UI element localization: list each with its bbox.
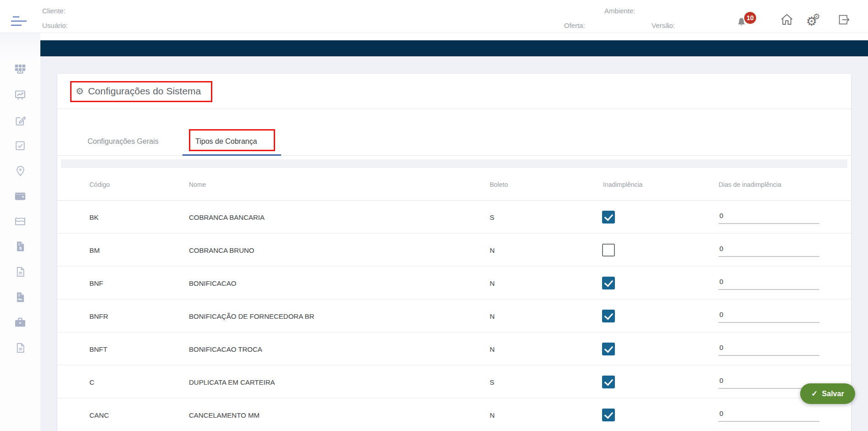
- top-bar: Cliente: Usuário: Ambiente: Oferta: Vers…: [0, 0, 868, 33]
- codigo-cell: BK: [89, 213, 99, 221]
- column-header-inadimplencia: Inadimplência: [603, 181, 642, 188]
- sidebar-item-contract[interactable]: [12, 289, 28, 306]
- sidebar-item-locations[interactable]: [12, 163, 28, 179]
- dias-field-wrap: [719, 409, 819, 421]
- dias-input[interactable]: [719, 409, 819, 421]
- cliente-label: Cliente:: [42, 7, 66, 15]
- app-window: Cliente: Usuário: Ambiente: Oferta: Vers…: [0, 0, 868, 431]
- home-button[interactable]: [780, 13, 794, 28]
- inadimplencia-checkbox[interactable]: [602, 343, 615, 355]
- sidebar-item-solar-panel[interactable]: [12, 61, 28, 77]
- scroll-strip: [61, 159, 847, 168]
- sidebar-nav: $: [0, 33, 40, 431]
- dias-input[interactable]: [719, 211, 819, 224]
- dias-input[interactable]: [719, 244, 819, 256]
- boleto-cell: N: [490, 411, 495, 419]
- table-row: BNF BONIFICACAO N: [57, 267, 851, 300]
- usuario-label: Usuário:: [42, 22, 68, 29]
- home-icon: [780, 13, 794, 27]
- sidebar-item-edit[interactable]: [12, 112, 28, 129]
- sidebar-item-briefcase[interactable]: [12, 314, 28, 331]
- codigo-cell: BNF: [89, 279, 103, 287]
- tab-tipos-de-cobranca[interactable]: Tipos de Cobrança: [195, 137, 257, 146]
- column-header-codigo: Código: [89, 181, 110, 188]
- nome-cell: COBRANCA BANCARIA: [189, 213, 265, 221]
- column-header-boleto: Boleto: [490, 181, 508, 188]
- settings-card: ⚙ Configurações do Sistema Configurações…: [57, 74, 851, 431]
- sidebar-item-document[interactable]: [12, 263, 28, 280]
- boleto-cell: N: [490, 345, 495, 353]
- save-button-label: Salvar: [822, 390, 844, 398]
- divider: [57, 109, 851, 109]
- divider: [57, 155, 851, 156]
- table-row: BM COBRANCA BRUNO N: [57, 234, 851, 267]
- sidebar-item-document-2[interactable]: [12, 339, 28, 356]
- nome-cell: BONIFICAÇÃO DE FORNECEDORA BR: [189, 312, 314, 320]
- gears-icon: ⚙⚙: [806, 15, 820, 28]
- sidebar-item-area-chart[interactable]: [12, 213, 28, 229]
- boleto-cell: S: [490, 378, 494, 386]
- settings-button[interactable]: ⚙⚙: [806, 12, 820, 29]
- dias-field-wrap: [719, 343, 819, 355]
- navy-banner: [40, 40, 868, 56]
- dias-input[interactable]: [719, 310, 819, 322]
- nome-cell: BONIFICACAO: [189, 279, 236, 287]
- dias-field-wrap: [719, 211, 819, 224]
- inadimplencia-checkbox[interactable]: [602, 310, 615, 322]
- oferta-label: Oferta:: [564, 22, 585, 29]
- codigo-cell: CANC: [89, 411, 109, 419]
- briefcase-icon: [13, 316, 27, 329]
- column-header-nome: Nome: [189, 181, 206, 188]
- dias-input[interactable]: [719, 277, 819, 289]
- sidebar-item-tasks[interactable]: [12, 137, 28, 154]
- header-gap: [40, 33, 868, 40]
- nome-cell: CANCELAMENTO MM: [189, 411, 260, 419]
- inadimplencia-checkbox[interactable]: [602, 277, 615, 289]
- inadimplencia-checkbox[interactable]: [602, 376, 615, 388]
- table-row: BNFT BONIFICACAO TROCA N: [57, 333, 851, 366]
- codigo-cell: BM: [89, 246, 100, 254]
- solar-panel-icon: [13, 62, 27, 76]
- boleto-cell: N: [490, 246, 495, 254]
- contract-signature-icon: [14, 291, 27, 304]
- versao-label: Versão:: [652, 22, 675, 29]
- area-chart-icon: [13, 214, 27, 228]
- gear-icon: ⚙: [76, 86, 84, 97]
- table-row: CANC CANCELAMENTO MM N: [57, 398, 851, 431]
- document-icon: [14, 266, 27, 278]
- check-icon: ✓: [811, 389, 818, 398]
- sidebar-item-invoice[interactable]: $: [12, 238, 28, 255]
- sidebar-item-presentation[interactable]: [12, 87, 28, 104]
- save-button[interactable]: ✓ Salvar: [800, 383, 855, 404]
- ambiente-label: Ambiente:: [604, 7, 636, 15]
- codigo-cell: BNFR: [89, 312, 108, 320]
- logout-button[interactable]: [837, 13, 850, 28]
- boleto-cell: S: [490, 213, 494, 221]
- sidebar-item-wallet[interactable]: [12, 188, 28, 204]
- edit-icon: [14, 114, 27, 127]
- main-content: ⚙ Configurações do Sistema Configurações…: [40, 33, 868, 431]
- notifications-button[interactable]: 10: [735, 11, 758, 29]
- dias-field-wrap: [719, 310, 819, 322]
- wallet-icon: [13, 189, 27, 203]
- active-tab-underline: [182, 154, 281, 156]
- page-title-row: ⚙ Configurações do Sistema: [76, 86, 201, 97]
- boleto-cell: N: [490, 279, 495, 287]
- location-pin-icon: [14, 165, 27, 177]
- table-body: BK COBRANCA BANCARIA S BM COBRANCA BRUNO…: [57, 200, 851, 431]
- page-title: Configurações do Sistema: [88, 86, 201, 97]
- dias-field-wrap: [719, 244, 819, 256]
- dias-field-wrap: [719, 277, 819, 289]
- inadimplencia-checkbox[interactable]: [602, 409, 615, 421]
- svg-text:$: $: [19, 246, 22, 251]
- invoice-dollar-icon: $: [14, 240, 27, 253]
- dias-input[interactable]: [719, 343, 819, 355]
- tab-configuracoes-gerais[interactable]: Configurações Gerais: [88, 137, 159, 146]
- menu-hamburger-icon[interactable]: [11, 16, 28, 27]
- inadimplencia-checkbox[interactable]: [602, 244, 615, 256]
- table-row: C DUPLICATA EM CARTEIRA S: [57, 366, 851, 398]
- codigo-cell: BNFT: [89, 345, 107, 353]
- notification-badge: 10: [743, 11, 757, 25]
- nome-cell: DUPLICATA EM CARTEIRA: [189, 378, 275, 386]
- inadimplencia-checkbox[interactable]: [602, 211, 615, 224]
